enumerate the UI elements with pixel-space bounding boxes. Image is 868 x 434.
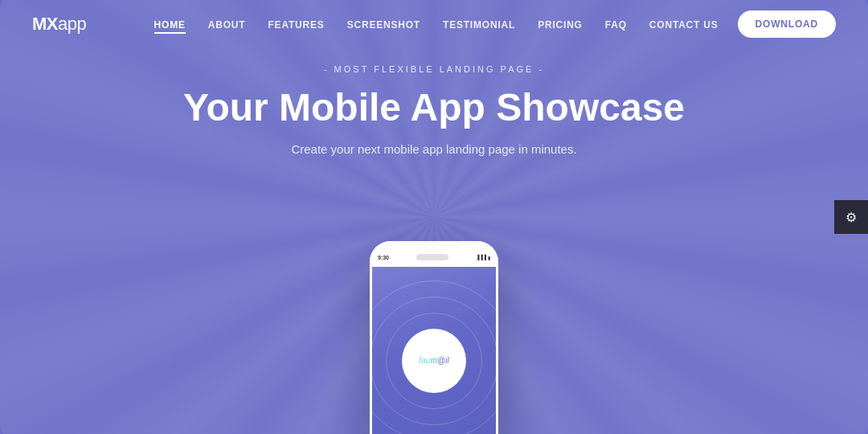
hero-content: - MOST FLEXIBLE LANDING PAGE - Your Mobi… <box>0 64 868 156</box>
logo-bold: MX <box>32 14 58 35</box>
nav-item-about[interactable]: ABOUT <box>208 17 246 31</box>
hero-description: Create your next mobile app landing page… <box>0 142 868 156</box>
app-logo-circle: faum@il <box>402 329 466 393</box>
battery-icon: ▮ <box>488 255 490 260</box>
nav-item-faq[interactable]: FAQ <box>605 17 627 31</box>
nav-link-contact[interactable]: CONTACT US <box>649 19 719 31</box>
nav-link-home[interactable]: HOME <box>154 19 186 34</box>
nav-link-pricing[interactable]: PRICING <box>538 19 583 31</box>
phone-mockup: 9:30 ▐▐▐ ▮ faum@il <box>370 241 498 434</box>
circles-decoration: faum@il + ○ + ○ + · · <box>402 329 466 393</box>
settings-button[interactable]: ⚙ <box>834 200 868 234</box>
hero-title: Your Mobile App Showcase <box>0 87 868 129</box>
nav-links: HOME ABOUT FEATURES SCREENSHOT TESTIMONI… <box>154 17 719 31</box>
logo-mail: @il <box>437 356 449 365</box>
signal-icon: ▐▐▐ <box>476 255 486 260</box>
phone-status-bar: 9:30 ▐▐▐ ▮ <box>370 241 498 267</box>
logo-fau: fau <box>419 356 430 365</box>
phone-time: 9:30 <box>378 255 389 260</box>
hero-section: MX app HOME ABOUT FEATURES SCREENSHOT TE… <box>0 0 868 434</box>
nav-item-home[interactable]: HOME <box>154 17 186 31</box>
nav-link-faq[interactable]: FAQ <box>605 19 627 31</box>
logo-at: m <box>430 356 437 365</box>
nav-link-about[interactable]: ABOUT <box>208 19 246 31</box>
logo[interactable]: MX app <box>32 14 86 35</box>
download-button[interactable]: DOWNLOAD <box>738 10 836 38</box>
phone-screen: faum@il + ○ + ○ + · · <box>372 265 496 434</box>
phone-frame: 9:30 ▐▐▐ ▮ faum@il <box>370 241 498 434</box>
logo-light: app <box>58 14 86 35</box>
phone-icons: ▐▐▐ ▮ <box>476 255 490 260</box>
nav-link-screenshot[interactable]: SCREENSHOT <box>347 19 420 31</box>
nav-item-features[interactable]: FEATURES <box>268 17 324 31</box>
nav-item-testimonial[interactable]: TESTIMONIAL <box>443 17 515 31</box>
navbar: MX app HOME ABOUT FEATURES SCREENSHOT TE… <box>0 0 868 48</box>
nav-link-features[interactable]: FEATURES <box>268 19 324 31</box>
nav-item-pricing[interactable]: PRICING <box>538 17 583 31</box>
gear-icon: ⚙ <box>845 210 857 225</box>
nav-item-screenshot[interactable]: SCREENSHOT <box>347 17 420 31</box>
phone-notch <box>416 254 448 260</box>
hero-subtitle: - MOST FLEXIBLE LANDING PAGE - <box>0 64 868 74</box>
app-logo-text: faum@il <box>419 356 448 365</box>
nav-link-testimonial[interactable]: TESTIMONIAL <box>443 19 515 31</box>
nav-item-contact[interactable]: CONTACT US <box>649 17 719 31</box>
